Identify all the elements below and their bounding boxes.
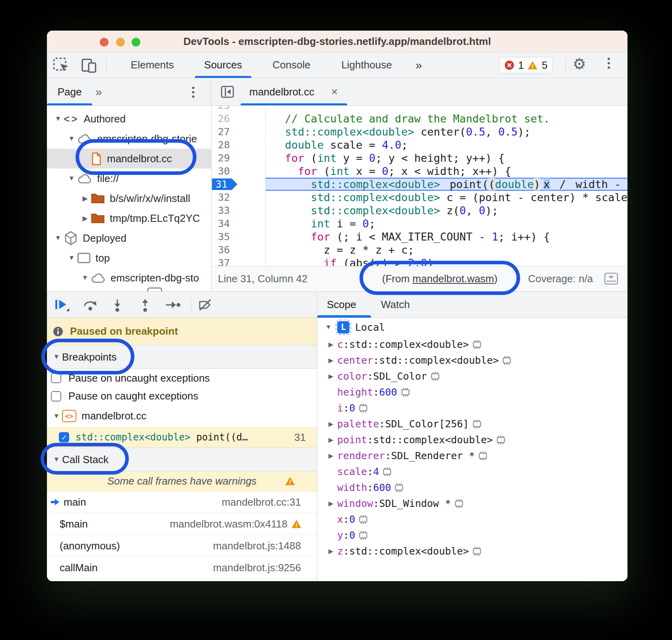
chevron-right-icon[interactable]: ▶	[328, 341, 337, 348]
scope-variable-c[interactable]: ▶c: std::complex<double>	[317, 336, 627, 352]
line-number-gutter[interactable]: 33	[212, 204, 266, 217]
scope-variable-z[interactable]: ▶z: std::complex<double>	[317, 543, 627, 559]
scope-variable-window[interactable]: ▶window: SDL_Window *	[317, 495, 627, 511]
scope-variable-y[interactable]: y: 0	[317, 527, 627, 543]
line-number[interactable]: 26	[212, 113, 230, 124]
call-stack-frame-main[interactable]: mainmandelbrot.cc:31	[47, 491, 317, 513]
traffic-light-minimize[interactable]	[116, 38, 125, 47]
scope-variable-height[interactable]: height: 600	[317, 384, 627, 400]
toggle-drawer-icon[interactable]	[604, 272, 618, 288]
more-options-icon[interactable]	[608, 58, 610, 69]
wasm-file-link[interactable]: mandelbrot.wasm	[412, 273, 494, 285]
chevron-down-icon[interactable]: ▼	[66, 254, 77, 262]
memory-inspector-icon[interactable]	[430, 371, 441, 381]
chevron-right-icon[interactable]: ▶	[80, 194, 91, 203]
chevron-right-icon[interactable]: ▶	[80, 214, 91, 223]
inspect-element-icon[interactable]	[53, 57, 70, 75]
chevron-down-icon[interactable]: ▼	[66, 135, 77, 143]
line-number-gutter[interactable]: 25	[212, 106, 266, 112]
scope-variable-i[interactable]: i: 0	[317, 400, 627, 416]
chevron-down-icon[interactable]: ▼	[51, 353, 62, 361]
tree-item-frame-top[interactable]: ▼top	[47, 248, 211, 268]
line-number[interactable]: 37	[212, 257, 230, 266]
pause-uncaught-exceptions-row[interactable]: Pause on uncaught exceptions	[47, 369, 317, 387]
step-into-icon[interactable]	[110, 298, 125, 313]
pause-caught-checkbox[interactable]	[51, 391, 61, 401]
chevron-down-icon[interactable]: ▼	[51, 456, 62, 464]
pause-caught-exceptions-row[interactable]: Pause on caught exceptions	[47, 387, 317, 405]
close-tab-icon[interactable]: ×	[331, 79, 338, 105]
editor-tab-mandelbrot-cc[interactable]: mandelbrot.cc	[249, 79, 314, 105]
line-number-gutter[interactable]: 35	[212, 230, 266, 243]
chevron-down-icon[interactable]: ▼	[325, 324, 334, 331]
line-number-gutter[interactable]: 26	[212, 112, 266, 125]
more-panels-icon[interactable]: »	[407, 52, 431, 78]
chevron-down-icon[interactable]: ▼	[66, 175, 77, 182]
line-number-gutter[interactable]: 36	[212, 243, 266, 256]
tab-scope[interactable]: Scope	[327, 292, 356, 317]
memory-inspector-icon[interactable]	[472, 546, 482, 556]
tab-console[interactable]: Console	[266, 52, 317, 78]
line-number[interactable]: 27	[212, 126, 230, 138]
scope-variable-x[interactable]: x: 0	[317, 511, 627, 527]
tree-item-folder-tmp[interactable]: ▶tmp/tmp.ELcTq2YC	[47, 208, 211, 228]
line-number-gutter[interactable]: 34	[212, 217, 266, 230]
tab-page[interactable]: Page	[47, 79, 92, 106]
breakpoint-file-group[interactable]: ▼ <> mandelbrot.cc	[47, 405, 317, 427]
line-number[interactable]: 32	[212, 192, 230, 203]
line-number[interactable]: 35	[212, 231, 230, 242]
more-navigator-tabs-icon[interactable]: »	[95, 79, 102, 105]
scope-variable-renderer[interactable]: ▶renderer: SDL_Renderer *	[317, 448, 627, 464]
tree-item-deployed[interactable]: ▼Deployed	[47, 228, 211, 248]
scope-variable-color[interactable]: ▶color: SDL_Color	[317, 368, 627, 384]
pause-uncaught-checkbox[interactable]	[51, 373, 61, 383]
memory-inspector-icon[interactable]	[400, 387, 411, 397]
line-number-gutter[interactable]: 3131	[212, 178, 266, 191]
traffic-light-zoom[interactable]	[132, 38, 140, 47]
memory-inspector-icon[interactable]	[358, 403, 369, 413]
tree-item-origin-file-scheme[interactable]: ▼file://	[47, 169, 211, 188]
line-number[interactable]: 25	[212, 106, 230, 111]
step-icon[interactable]	[165, 298, 181, 313]
breakpoints-section-header[interactable]: ▼ Breakpoints	[47, 345, 317, 369]
memory-inspector-icon[interactable]	[358, 530, 369, 540]
memory-inspector-icon[interactable]	[454, 498, 464, 508]
call-stack-frame-main[interactable]: $mainmandelbrot.wasm:0x4118!	[47, 513, 317, 535]
line-number[interactable]: 33	[212, 205, 230, 216]
call-stack-frame-callMain[interactable]: callMainmandelbrot.js:9256	[47, 557, 317, 579]
step-out-icon[interactable]	[138, 298, 153, 313]
line-number-gutter[interactable]: 37	[212, 256, 266, 266]
chevron-down-icon[interactable]: ▼	[51, 412, 62, 420]
chevron-down-icon[interactable]: ▼	[80, 274, 91, 282]
line-number[interactable]: 36	[212, 244, 230, 256]
scope-variable-width[interactable]: width: 600	[317, 479, 627, 495]
tree-item-origin-deployed-emscripten[interactable]: ▼emscripten-dbg-sto	[47, 268, 211, 288]
scope-variable-palette[interactable]: ▶palette: SDL_Color[256]	[317, 416, 627, 432]
chevron-down-icon[interactable]: ▼	[52, 234, 64, 242]
memory-inspector-icon[interactable]	[478, 451, 488, 461]
chevron-right-icon[interactable]: ▶	[328, 420, 337, 428]
breakpoint-entry[interactable]: ✓ std::complex<double> point((d… 31	[47, 427, 317, 448]
device-toolbar-icon[interactable]	[81, 57, 98, 75]
issues-badge[interactable]: 1 ! 5	[499, 57, 553, 74]
tab-watch[interactable]: Watch	[381, 292, 410, 317]
memory-inspector-icon[interactable]	[472, 419, 482, 429]
chevron-right-icon[interactable]: ▶	[328, 357, 337, 364]
chevron-right-icon[interactable]: ▶	[328, 452, 337, 460]
chevron-right-icon[interactable]: ▶	[328, 500, 337, 507]
line-number-gutter[interactable]: 28	[212, 138, 266, 151]
step-over-icon[interactable]	[83, 298, 98, 313]
resume-script-icon[interactable]	[54, 298, 69, 313]
tree-item-file-mandelbrot-cc[interactable]: mandelbrot.cc	[47, 149, 211, 169]
call-stack-frame-anonymous[interactable]: (anonymous)mandelbrot.js:1488	[47, 535, 317, 557]
line-number-gutter[interactable]: 30	[212, 165, 266, 178]
tab-sources[interactable]: Sources	[195, 52, 251, 78]
line-number[interactable]: 29	[212, 152, 230, 164]
deactivate-breakpoints-icon[interactable]	[198, 298, 213, 313]
line-number[interactable]: 28	[212, 139, 230, 151]
settings-gear-icon[interactable]: ⚙	[573, 55, 586, 73]
line-number[interactable]: 30	[212, 165, 230, 177]
chevron-down-icon[interactable]: ▼	[52, 115, 64, 123]
traffic-light-close[interactable]	[100, 38, 109, 47]
tree-item-folder-install[interactable]: ▶b/s/w/ir/x/w/install	[47, 188, 211, 208]
